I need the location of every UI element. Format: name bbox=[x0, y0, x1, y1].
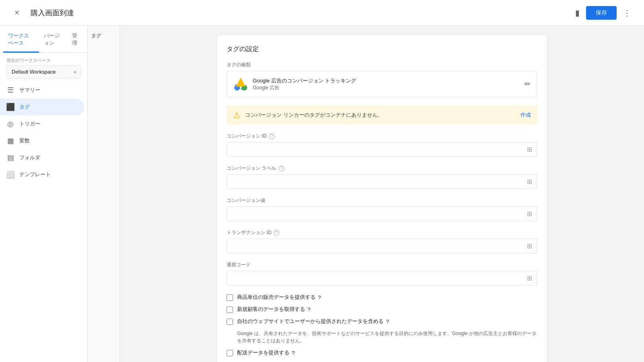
close-button[interactable]: × bbox=[10, 6, 24, 20]
conversion-id-input-wrap: ⊞ bbox=[227, 142, 537, 157]
sidebar-nav: ☰ サマリー ⬛ タグ ◎ トリガー ▦ 変数 ▤ フォルダ ⬜ テンプレート bbox=[0, 82, 87, 183]
sidebar-item-label: トリガー bbox=[19, 120, 40, 128]
conversion-value-label: コンバージョン値 bbox=[227, 197, 537, 204]
variable-picker-icon[interactable]: ⊞ bbox=[522, 242, 537, 250]
tag-list-panel: タグ bbox=[88, 26, 120, 362]
workspace-label: 現在のワークスペース bbox=[6, 58, 81, 64]
currency-code-label: 通貨コード bbox=[227, 261, 537, 268]
summary-icon: ☰ bbox=[6, 86, 14, 95]
checkbox-shipping-input[interactable] bbox=[227, 350, 233, 356]
sidebar-item-label: タグ bbox=[19, 103, 30, 111]
tag-type-selector[interactable]: Google 広告のコンバージョン トラッキング Google 広告 ✏ bbox=[227, 71, 537, 97]
workspace-section: 現在のワークスペース Default Workspace › bbox=[0, 53, 87, 82]
checkbox-user-data-description: Google は、共有されたデータを、技術サポートなどのサービスを提供する目的に… bbox=[237, 330, 537, 344]
sidebar-item-triggers[interactable]: ◎ トリガー bbox=[0, 115, 84, 132]
folder-icon[interactable]: ▮ bbox=[575, 8, 580, 18]
transaction-id-input-wrap: ⊞ bbox=[227, 239, 537, 253]
main-content: タグの設定 タグの種類 bbox=[120, 26, 644, 362]
conversion-value-field: コンバージョン値 ⊞ bbox=[227, 197, 537, 221]
sidebar-item-summary[interactable]: ☰ サマリー bbox=[0, 82, 84, 99]
checkbox-new-customer-input[interactable] bbox=[227, 306, 233, 313]
checkbox-new-customer-label: 新規顧客のデータを取得する ? bbox=[237, 306, 310, 313]
help-icon[interactable]: ? bbox=[274, 230, 279, 236]
currency-code-input-wrap: ⊞ bbox=[227, 271, 537, 286]
currency-code-field: 通貨コード ⊞ bbox=[227, 261, 537, 286]
tag-editor-panel: タグの設定 タグの種類 bbox=[217, 35, 547, 362]
folder-nav-icon: ▤ bbox=[6, 153, 14, 162]
sidebar-tabs: ワークスペース バージョン 管理 bbox=[0, 26, 87, 53]
conversion-value-input-wrap: ⊞ bbox=[227, 206, 537, 221]
edit-icon[interactable]: ✏ bbox=[524, 80, 530, 88]
conversion-label-field: コンバージョン ラベル ? ⊞ bbox=[227, 165, 537, 189]
tab-admin[interactable]: 管理 bbox=[67, 26, 84, 53]
chevron-right-icon: › bbox=[74, 69, 76, 75]
warning-icon: ⚠ bbox=[233, 110, 240, 120]
conversion-label-input[interactable] bbox=[227, 175, 522, 189]
help-icon[interactable]: ? bbox=[269, 134, 275, 139]
sidebar-item-label: テンプレート bbox=[19, 171, 51, 178]
more-icon: ⋮ bbox=[623, 8, 631, 18]
tag-name-title: 購入画面到達 bbox=[31, 8, 569, 18]
conversion-id-label: コンバージョン ID ? bbox=[227, 133, 537, 140]
sidebar: ワークスペース バージョン 管理 現在のワークスペース Default Work… bbox=[0, 26, 88, 362]
help-icon[interactable]: ? bbox=[318, 294, 321, 300]
workspace-name: Default Workspace bbox=[12, 69, 56, 75]
tag-icon: ⬛ bbox=[6, 103, 14, 111]
variable-icon: ▦ bbox=[6, 136, 14, 145]
checkbox-shipping-label: 配送データを提供する ? bbox=[237, 349, 295, 356]
conversion-label-input-wrap: ⊞ bbox=[227, 174, 537, 189]
trigger-icon: ◎ bbox=[6, 119, 14, 128]
tab-workspace[interactable]: ワークスペース bbox=[3, 26, 39, 53]
header-actions: 保存 ⋮ bbox=[586, 6, 634, 20]
tag-type-info: Google 広告のコンバージョン トラッキング Google 広告 bbox=[253, 77, 520, 91]
checkbox-new-customer: 新規顧客のデータを取得する ? bbox=[227, 306, 537, 313]
checkbox-user-data-input[interactable] bbox=[227, 319, 233, 325]
sidebar-item-tags[interactable]: ⬛ タグ bbox=[0, 99, 84, 115]
sidebar-item-label: 変数 bbox=[19, 137, 30, 144]
help-icon[interactable]: ? bbox=[308, 306, 310, 313]
checkbox-user-data-label: 自社のウェブサイトでユーザーから提供されたデータを含める ? bbox=[237, 318, 389, 325]
sidebar-item-label: フォルダ bbox=[19, 154, 40, 161]
currency-code-input[interactable] bbox=[227, 271, 522, 285]
section-title: タグの設定 bbox=[227, 45, 537, 53]
sidebar-item-variables[interactable]: ▦ 変数 bbox=[0, 132, 84, 149]
workspace-selector[interactable]: Default Workspace › bbox=[6, 65, 81, 78]
conversion-id-input[interactable] bbox=[227, 142, 522, 156]
checkbox-product-data: 商品単位の販売データを提供する ? bbox=[227, 294, 537, 301]
variable-picker-icon[interactable]: ⊞ bbox=[522, 146, 537, 153]
variable-picker-icon[interactable]: ⊞ bbox=[522, 178, 537, 185]
transaction-id-label: トランザクション ID ? bbox=[227, 229, 537, 236]
conversion-id-field: コンバージョン ID ? ⊞ bbox=[227, 133, 537, 157]
sidebar-item-templates[interactable]: ⬜ テンプレート bbox=[0, 166, 84, 183]
checkbox-product-data-input[interactable] bbox=[227, 294, 233, 301]
conversion-value-input[interactable] bbox=[227, 207, 522, 221]
help-icon[interactable]: ? bbox=[386, 319, 389, 325]
tag-type-sub: Google 広告 bbox=[253, 84, 520, 91]
transaction-id-input[interactable] bbox=[227, 239, 522, 253]
transaction-id-field: トランザクション ID ? ⊞ bbox=[227, 229, 537, 253]
checkbox-product-data-label: 商品単位の販売データを提供する ? bbox=[237, 294, 321, 301]
warning-text: コンバージョン リンカーのタグがコンテナにありません。 bbox=[245, 111, 516, 119]
tab-version[interactable]: バージョン bbox=[39, 26, 67, 53]
panel-body: タグの設定 タグの種類 bbox=[217, 35, 547, 362]
variable-picker-icon[interactable]: ⊞ bbox=[522, 274, 537, 282]
svg-marker-6 bbox=[236, 78, 246, 86]
conversion-label-label: コンバージョン ラベル ? bbox=[227, 165, 537, 172]
tag-editor-header: × 購入画面到達 ▮ 保存 ⋮ bbox=[0, 0, 644, 26]
help-icon[interactable]: ? bbox=[279, 166, 284, 171]
warning-banner: ⚠ コンバージョン リンカーのタグがコンテナにありません。 作成 bbox=[227, 105, 537, 125]
google-ads-logo bbox=[233, 77, 248, 91]
help-icon[interactable]: ? bbox=[292, 350, 295, 356]
checkbox-shipping: 配送データを提供する ? bbox=[227, 349, 537, 356]
variable-picker-icon[interactable]: ⊞ bbox=[522, 210, 537, 218]
sidebar-item-label: サマリー bbox=[19, 86, 40, 94]
tag-list-header: タグ bbox=[91, 33, 101, 39]
tag-type-name: Google 広告のコンバージョン トラッキング bbox=[253, 77, 520, 84]
checkbox-user-data: 自社のウェブサイトでユーザーから提供されたデータを含める ? bbox=[227, 318, 537, 325]
warning-link[interactable]: 作成 bbox=[520, 111, 531, 119]
close-icon: × bbox=[14, 8, 19, 17]
tag-type-label: タグの種類 bbox=[227, 62, 537, 68]
save-button[interactable]: 保存 bbox=[586, 6, 617, 20]
sidebar-item-folders[interactable]: ▤ フォルダ bbox=[0, 149, 84, 166]
more-button[interactable]: ⋮ bbox=[620, 6, 634, 20]
